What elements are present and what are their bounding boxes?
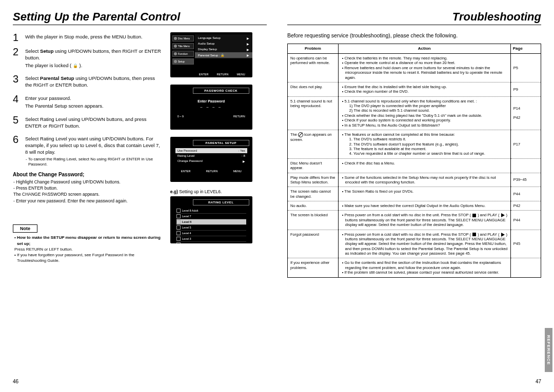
- step-6: 6Select Rating Level you want using UP/D…: [13, 134, 163, 167]
- note-body: • How to make the SETUP menu disappear o…: [13, 235, 163, 263]
- change-password-heading: About the Change Password;: [13, 172, 163, 177]
- prohibit-icon: [298, 132, 303, 137]
- troubleshooting-table: Problem Action Page No operations can be…: [287, 44, 541, 278]
- table-row: No audio.• Make sure you have selected t…: [288, 201, 541, 211]
- screenshot-parental-setup: PARENTAL SETUP Use Password: YesRating L…: [170, 137, 252, 182]
- screenshot-setup-menu: Disc MenuTitle MenuFunctionSetup Languag…: [170, 32, 252, 77]
- table-row: 5.1 channel sound is not being reproduce…: [288, 96, 541, 130]
- th-action: Action: [338, 44, 510, 54]
- page-number-right: 47: [536, 379, 541, 384]
- table-row: The icon appears on screen.• The feature…: [288, 130, 541, 158]
- table-row: The screen is blocked• Press power on fr…: [288, 211, 541, 230]
- step-4: 4Enter your password.The Parental Setup …: [13, 94, 163, 111]
- right-page: Troubleshooting Before requesting servic…: [277, 10, 541, 384]
- step-3: 3Select Parental Setup using UP/DOWN but…: [13, 74, 163, 90]
- table-row: Disc does not play.• Ensure that the dis…: [288, 82, 541, 96]
- lock-icon: 🔒: [73, 64, 78, 68]
- table-row: No operations can be performed with remo…: [288, 54, 541, 82]
- step-1: 1With the player in Stop mode, press the…: [13, 32, 163, 43]
- step-2: 2Select Setup using UP/DOWN buttons, the…: [13, 47, 163, 70]
- left-page: Setting Up the Parental Control 1With th…: [13, 10, 277, 384]
- table-row: Disc Menu doesn't appear.• Check if the …: [288, 158, 541, 173]
- page-number-left: 46: [13, 379, 18, 384]
- screenshot-rating-level: RATING LEVEL Level 8 AdultLevel 7Level 6…: [170, 196, 252, 243]
- table-row: Forgot password• Press power on from a c…: [288, 230, 541, 258]
- screenshots-column: Disc MenuTitle MenuFunctionSetup Languag…: [170, 32, 267, 263]
- table-row: Play mode differs from the Setup Menu se…: [288, 173, 541, 187]
- table-row: The screen ratio cannot be changed.• The…: [288, 187, 541, 201]
- th-problem: Problem: [288, 44, 339, 54]
- change-password-bullets: - Highlight Change Password using UP/DOW…: [13, 179, 163, 204]
- stop-icon: [472, 214, 476, 217]
- screenshot-password-check: PASSWORD CHECK Enter Password – – – – 0 …: [170, 85, 252, 130]
- th-page: Page: [510, 44, 541, 54]
- note-label: Note: [13, 224, 37, 233]
- example-label: e.g) Setting up in LEVEL6.: [170, 189, 267, 194]
- stop-icon: [472, 233, 476, 236]
- play-icon: [501, 233, 505, 237]
- reference-tab: REFERENCE: [545, 328, 552, 372]
- left-title: Setting Up the Parental Control: [13, 10, 267, 25]
- right-title: Troubleshooting: [287, 10, 541, 25]
- step-5: 5Select Rating Level using UP/DOWN butto…: [13, 115, 163, 131]
- steps-column: 1With the player in Stop mode, press the…: [13, 32, 163, 263]
- play-icon: [501, 213, 505, 217]
- troubleshooting-intro: Before requesting service (troubleshooti…: [287, 32, 541, 38]
- table-row: If you experience other problems.• Go to…: [288, 258, 541, 277]
